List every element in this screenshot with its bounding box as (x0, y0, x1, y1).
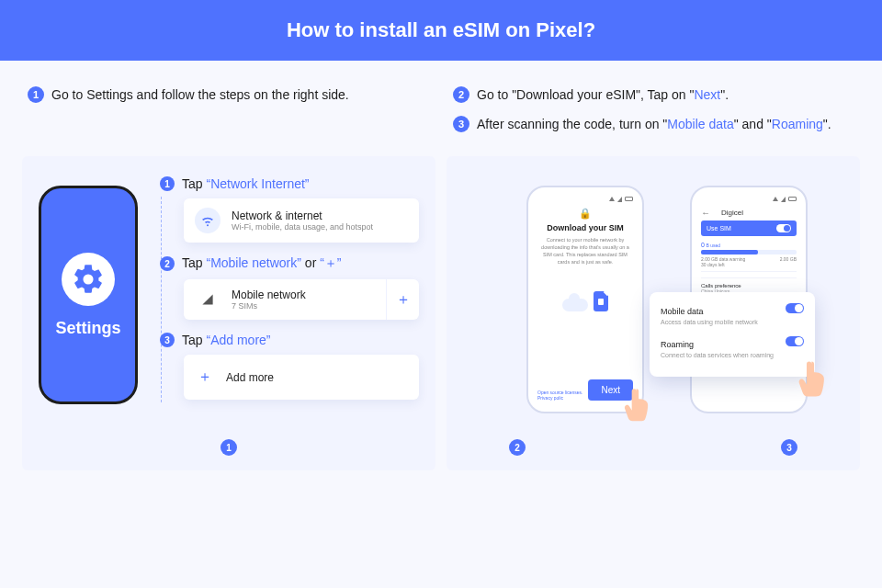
plus-icon: ＋ (195, 368, 215, 387)
page-title: How to install an eSIM on Pixel? (287, 18, 595, 42)
step-2: 2 Tap “Mobile network” or “＋” Mobile net… (160, 255, 419, 320)
carrier-name: Digicel (721, 209, 743, 217)
data-used-unit: B used (707, 243, 721, 248)
roaming-row[interactable]: RoamingConnect to data services when roa… (661, 334, 804, 358)
step-badge: 1 (160, 176, 175, 191)
card-add-more[interactable]: ＋ Add more (184, 355, 419, 400)
bullet-badge: 3 (453, 116, 469, 132)
intro-right: 2 Go to "Download your eSIM", Tap on "Ne… (453, 85, 854, 143)
carrier-header: ← Digicel (701, 208, 797, 218)
data-usage-bar (701, 250, 797, 254)
intro-bullet-2: 2 Go to "Download your eSIM", Tap on "Ne… (453, 85, 854, 105)
tap-hand-icon (624, 386, 655, 423)
card-sub: 7 SIMs (232, 301, 306, 311)
bullet-badge: 2 (453, 86, 469, 103)
title-banner: How to install an eSIM on Pixel? (0, 0, 882, 61)
mobile-data-row[interactable]: Mobile dataAccess data using mobile netw… (661, 301, 804, 325)
toggles-popover: Mobile dataAccess data using mobile netw… (650, 292, 815, 377)
card-title: Add more (226, 371, 274, 384)
bullet-badge: 1 (28, 86, 44, 103)
wifi-icon (195, 208, 220, 233)
use-sim-row[interactable]: Use SIM (701, 220, 797, 236)
download-sim-title: Download your SIM (547, 223, 624, 232)
download-illustration (562, 291, 608, 311)
mobile-data-toggle[interactable] (786, 303, 804, 313)
intro-bullet-3: 3 After scanning the code, turn on "Mobi… (453, 114, 854, 134)
phone-frame: Settings (39, 186, 138, 404)
back-arrow-icon[interactable]: ← (701, 208, 710, 218)
tap-hand-icon (798, 358, 831, 397)
roaming-label: Roaming (661, 340, 694, 349)
signal-mini-icon (781, 197, 786, 202)
settings-phone: Settings (39, 176, 138, 426)
cloud-icon (562, 299, 588, 311)
panels-row: Settings 1 Tap “Network Internet” (0, 156, 882, 492)
panel-number-badge: 3 (781, 439, 797, 456)
card-mobile-network[interactable]: Mobile network 7 SIMs ＋ (184, 279, 419, 320)
settings-label: Settings (55, 319, 120, 338)
wifi-mini-icon (609, 197, 615, 201)
page: How to install an eSIM on Pixel? 1 Go to… (0, 0, 882, 588)
step-text: Tap “Network Internet” (182, 176, 310, 191)
card-network-internet[interactable]: Network & internet Wi-Fi, mobile, data u… (184, 198, 419, 243)
step-badge: 3 (160, 333, 175, 347)
step-text: Tap “Mobile network” or “＋” (182, 255, 342, 272)
steps-list: 1 Tap “Network Internet” Network & inter… (154, 176, 419, 426)
intro-bullet-1: 1 Go to Settings and follow the steps on… (28, 85, 429, 105)
license-links[interactable]: Open source licenses. Privacy polic (537, 390, 588, 401)
roaming-toggle[interactable] (786, 336, 804, 346)
battery-mini-icon (625, 197, 633, 201)
panel-number-badge: 1 (220, 439, 237, 456)
phone-download-sim: 🔒 Download your SIM Connect to your mobi… (526, 186, 644, 413)
phone-sim-settings: ← Digicel Use SIM 0 B used 2.00 GB data … (690, 186, 808, 413)
step-text: Tap “Add more” (182, 333, 271, 347)
gear-icon (62, 253, 115, 306)
data-used-amount: 0 (701, 242, 705, 248)
data-warning-label: 2.00 GB data warning30 days left (701, 256, 745, 267)
add-network-plus-icon[interactable]: ＋ (386, 279, 419, 320)
bullet-text: Go to "Download your eSIM", Tap on "Next… (477, 85, 729, 105)
card-sub: Wi-Fi, mobile, data usage, and hotspot (232, 222, 373, 232)
step-badge: 2 (160, 256, 175, 271)
data-cap-label: 2.00 GB (780, 256, 797, 267)
bullet-text: Go to Settings and follow the steps on t… (51, 85, 349, 105)
signal-mini-icon (617, 197, 622, 202)
card-title: Network & internet (232, 209, 373, 222)
panel-step-2-3: 🔒 Download your SIM Connect to your mobi… (447, 156, 860, 470)
card-title: Mobile network (232, 288, 306, 301)
signal-icon (195, 293, 220, 306)
step-1: 1 Tap “Network Internet” Network & inter… (160, 176, 419, 243)
sim-card-icon (594, 291, 608, 311)
lock-icon: 🔒 (579, 208, 592, 220)
download-sim-desc: Connect to your mobile network by downlo… (537, 236, 633, 266)
bullet-text: After scanning the code, turn on "Mobile… (477, 114, 831, 134)
panel-number-badge: 2 (509, 439, 526, 456)
use-sim-toggle[interactable] (776, 224, 791, 232)
intro-left: 1 Go to Settings and follow the steps on… (28, 85, 429, 143)
status-bar (537, 197, 633, 202)
mobile-data-sub: Access data using mobile network (661, 319, 758, 325)
panel-step-1: Settings 1 Tap “Network Internet” (22, 156, 435, 470)
step-3: 3 Tap “Add more” ＋ Add more (160, 333, 419, 400)
roaming-sub: Connect to data services when roaming (661, 352, 774, 358)
use-sim-label: Use SIM (707, 225, 731, 232)
wifi-mini-icon (773, 197, 778, 201)
battery-mini-icon (788, 197, 797, 201)
status-bar (701, 197, 797, 202)
mobile-data-label: Mobile data (661, 307, 704, 316)
intro-row: 1 Go to Settings and follow the steps on… (0, 61, 882, 156)
